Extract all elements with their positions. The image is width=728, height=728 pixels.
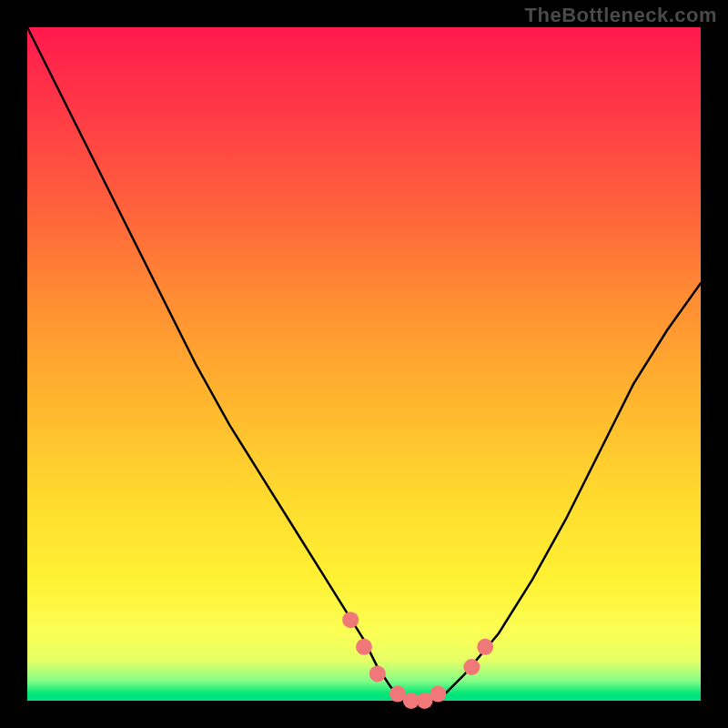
bottleneck-curve-svg bbox=[27, 27, 701, 701]
curve-marker bbox=[463, 659, 480, 675]
bottleneck-curve-line bbox=[27, 27, 701, 701]
curve-marker bbox=[356, 639, 372, 655]
chart-frame: TheBottleneck.com bbox=[0, 0, 728, 728]
curve-marker bbox=[369, 665, 386, 682]
watermark-text: TheBottleneck.com bbox=[525, 4, 717, 27]
curve-markers bbox=[342, 612, 493, 709]
curve-marker bbox=[477, 639, 493, 655]
curve-marker bbox=[430, 686, 446, 703]
curve-marker bbox=[342, 612, 359, 628]
